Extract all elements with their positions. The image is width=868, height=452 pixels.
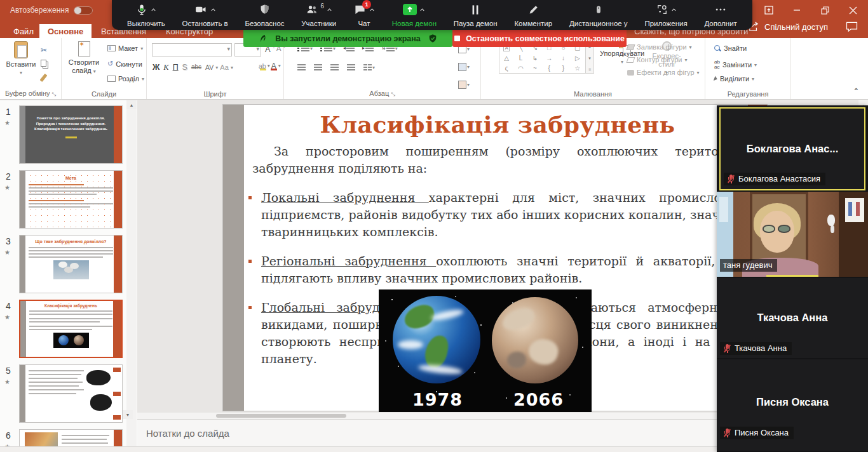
horizontal-scroll-thumb[interactable] <box>216 414 346 418</box>
ribbon-group-drawing: A╲↘□○▢ △L↳→↓▷ ς◠~{}☆ ▴▾≡ Упорядкувати▾ Е… <box>481 38 705 99</box>
zoom-apps-button[interactable]: Приложения <box>644 2 687 28</box>
align-center-button[interactable] <box>312 62 324 72</box>
thumbnail-scrollbar[interactable]: ▲ ▼ <box>126 100 137 446</box>
chevron-up-icon[interactable] <box>151 7 156 13</box>
reset-button[interactable]: ↺Скинути <box>107 60 142 68</box>
columns-button[interactable]: ▾ <box>362 62 377 72</box>
paste-button[interactable]: Вставити▾ <box>5 41 37 77</box>
thumbnail-slide-5[interactable]: 5★ <box>0 364 137 425</box>
comments-icon[interactable] <box>846 22 858 32</box>
italic-button[interactable]: К <box>161 61 170 74</box>
thumbnail-image[interactable] <box>19 364 123 423</box>
restore-icon <box>821 6 829 15</box>
remote-control-icon <box>594 3 603 16</box>
section-button[interactable]: Розділ▾ <box>107 75 144 83</box>
autosave-toggle[interactable] <box>74 6 93 15</box>
restore-button[interactable] <box>811 0 839 20</box>
zoom-remote-control-button[interactable]: Дистанционное у <box>569 2 628 28</box>
chevron-up-icon[interactable] <box>369 7 375 13</box>
minimize-button[interactable] <box>783 0 811 20</box>
zoom-participants-button[interactable]: 6 Участники <box>301 2 336 28</box>
slide-title[interactable]: Класифікація забруднень <box>252 111 743 138</box>
scroll-down-arrow[interactable]: ▼ <box>123 410 133 419</box>
zoom-new-share-button[interactable]: Новая демон <box>392 2 437 28</box>
cut-button[interactable]: ✂ <box>41 46 47 55</box>
zoom-more-button[interactable]: Дополнит <box>704 2 736 28</box>
shield-check-icon[interactable] <box>428 34 437 43</box>
ribbon-display-icon <box>764 5 774 15</box>
replace-button[interactable]: abacЗамінити▾ <box>714 60 757 70</box>
change-case-button[interactable]: Аа <box>218 61 231 74</box>
format-painter-icon <box>40 74 48 82</box>
scroll-up-arrow[interactable]: ▲ <box>126 100 137 109</box>
bold-button[interactable]: Ж <box>151 61 161 74</box>
slide-intro-paragraph[interactable]: За просторовим поширенням (розміру охопл… <box>252 143 743 177</box>
text-shadow-button[interactable]: S <box>180 61 189 74</box>
format-painter-button[interactable] <box>42 74 45 82</box>
zoom-chat-button[interactable]: 1 Чат <box>353 2 375 28</box>
share-access-button[interactable]: Спільний доступ <box>748 22 828 32</box>
align-left-button[interactable] <box>295 62 308 72</box>
zoom-pause-share-button[interactable]: Пауза демон <box>454 2 498 28</box>
collapse-ribbon-button[interactable]: ⌃ <box>853 87 859 95</box>
shape-outline-button[interactable]: Контур фігури▾ <box>627 56 700 63</box>
participant-tile-boklagova[interactable]: Боклагова Анас... Боклагова Анастасия <box>719 107 865 190</box>
stop-icon <box>454 36 460 41</box>
participant-tile-pysnia[interactable]: Писня Оксана Писня Оксана <box>717 359 868 451</box>
zoom-meeting-toolbar: Выключить Остановить в Безопаснос 6 Учас… <box>112 0 752 30</box>
thumbnail-image[interactable]: Мета <box>19 170 123 229</box>
chevron-up-icon[interactable] <box>327 7 332 13</box>
slide-canvas[interactable]: Класифікація забруднень За просторовим п… <box>222 104 768 411</box>
select-button[interactable]: Виділити▾ <box>714 75 754 83</box>
animation-star-icon: ★ <box>4 249 10 256</box>
thumbnail-image[interactable]: Що таке забруднення довкілля? <box>19 235 123 293</box>
tab-file[interactable]: Файл <box>5 24 42 38</box>
slide-bullet-regional[interactable]: Регіональні забруднення охоплюють значні… <box>252 253 743 287</box>
thumbnail-image[interactable]: Класифікація забруднень <box>19 300 123 358</box>
underline-button[interactable]: П <box>171 61 180 74</box>
notes-placeholder[interactable]: Нотатки до слайда <box>146 428 229 439</box>
shape-effects-button[interactable]: Ефекти для фігур▾ <box>627 69 700 76</box>
earth-comparison-image[interactable]: 1978 2066 <box>379 289 592 412</box>
chevron-up-icon[interactable] <box>419 7 425 13</box>
character-spacing-button[interactable]: AV <box>203 61 215 74</box>
align-right-button[interactable] <box>329 62 341 72</box>
strikethrough-button[interactable]: abc <box>189 61 203 74</box>
copy-button[interactable] <box>41 60 46 67</box>
zoom-stop-video-button[interactable]: Остановить в <box>182 2 228 28</box>
thumbnail-image[interactable] <box>19 429 123 446</box>
zoom-annotate-button[interactable]: Комментир <box>514 2 552 28</box>
zoom-security-button[interactable]: Безопаснос <box>245 2 284 28</box>
tab-home[interactable]: Основне <box>39 24 92 38</box>
thumbnail-image[interactable]: Поняття про забруднення довкілля. Природ… <box>19 105 123 164</box>
thumbnail-slide-3[interactable]: 3★ Що таке забруднення довкілля? <box>0 235 137 296</box>
thumbnail-slide-1[interactable]: 1★ Поняття про забруднення довкілля. При… <box>0 105 137 166</box>
scissors-icon: ✂ <box>41 46 47 55</box>
participant-tile-tanya-video[interactable]: таня гудевич <box>717 192 868 277</box>
shape-fill-button[interactable]: Заливка фігури▾ <box>627 43 700 51</box>
new-slide-button[interactable]: Створити слайд ▾ <box>64 41 104 76</box>
justify-button[interactable] <box>345 62 357 72</box>
shape-format-column: Заливка фігури▾ Контур фігури▾ Ефекти дл… <box>627 43 700 76</box>
stop-sharing-button[interactable]: Остановить совместное использование <box>452 30 627 47</box>
zoom-participants-panel: Боклагова Анас... Боклагова Анастасия та… <box>717 105 868 452</box>
chevron-up-icon[interactable] <box>671 7 677 13</box>
align-text-button[interactable]: ▾ <box>456 61 471 73</box>
zoom-mute-button[interactable]: Выключить <box>127 2 165 28</box>
ribbon-display-options-button[interactable] <box>755 0 783 20</box>
slide-bullet-local[interactable]: Локальні забруднення характерні для міст… <box>252 189 743 241</box>
paragraph-col-right: ▾ ▾ ▾ <box>456 43 471 91</box>
participant-label: таня гудевич <box>720 259 777 272</box>
chevron-up-icon[interactable] <box>210 7 216 13</box>
font-name-combo[interactable] <box>152 43 232 56</box>
cursor-icon <box>714 76 718 81</box>
find-button[interactable]: Знайти <box>714 44 747 52</box>
autosave-control[interactable]: Автозбереження <box>10 6 93 15</box>
thumbnail-slide-6[interactable]: 6★ <box>0 429 137 446</box>
shapes-scroll[interactable]: ▴▾≡ <box>585 43 593 73</box>
close-button[interactable] <box>839 0 867 20</box>
thumbnail-slide-2[interactable]: 2★ Мета <box>0 170 137 231</box>
thumbnail-slide-4-selected[interactable]: 4★ Класифікація забруднень <box>0 300 137 361</box>
participant-tile-tkachova[interactable]: Ткачова Анна Ткачова Анна <box>717 278 868 358</box>
layout-button[interactable]: Макет▾ <box>107 44 143 52</box>
